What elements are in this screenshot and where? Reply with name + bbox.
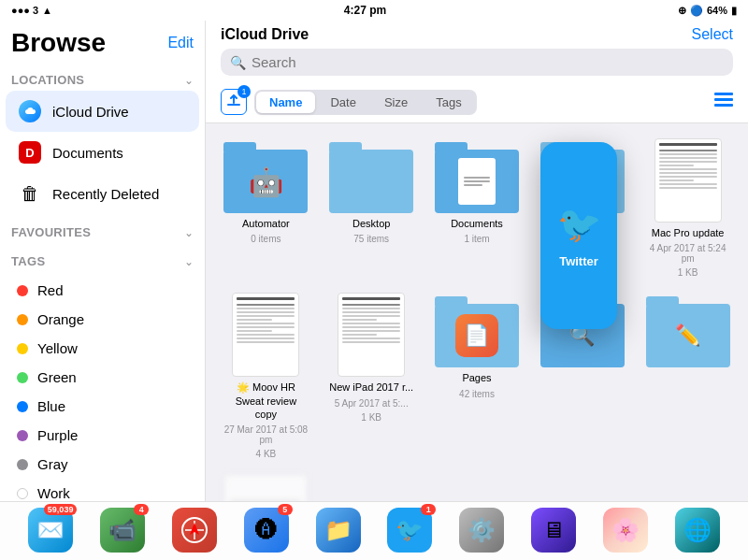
- tags-chevron-icon[interactable]: ⌄: [184, 255, 194, 268]
- orange-label: Orange: [37, 311, 84, 327]
- red-label: Red: [37, 282, 64, 298]
- automator-folder-icon: 🤖: [223, 138, 308, 213]
- blue-dot: [17, 401, 28, 412]
- sidebar-item-recently-deleted[interactable]: 🗑 Recently Deleted: [6, 173, 199, 214]
- tag-item-purple[interactable]: Purple: [6, 421, 199, 450]
- mail-badge: 59,039: [44, 504, 78, 515]
- tag-item-work[interactable]: Work: [6, 479, 199, 501]
- folder2-icon: ✏️: [646, 293, 730, 367]
- upload-badge: 1: [237, 85, 251, 98]
- search-input[interactable]: [252, 54, 724, 70]
- dock-item-files[interactable]: 📁: [316, 508, 361, 553]
- desktop-meta: 75 items: [353, 234, 389, 244]
- yellow-dot: [17, 343, 28, 354]
- desktop-name: Desktop: [352, 217, 390, 230]
- moov-hr-name: 🌟 Moov HR Sweat review copy: [223, 381, 308, 421]
- dock-item-proxyman[interactable]: 🖥: [531, 508, 576, 553]
- tags-section-header: Tags ⌄: [0, 243, 205, 272]
- dock-item-facetime[interactable]: 📹 4: [100, 508, 145, 553]
- work-dot: [17, 488, 28, 499]
- mac-pro-preview: [654, 138, 722, 223]
- gray-label: Gray: [37, 456, 68, 472]
- file-item-documents-folder[interactable]: Documents 1 item: [432, 138, 523, 278]
- file-item-pages[interactable]: 📄 Pages 42 items: [432, 293, 523, 459]
- list-view-button[interactable]: [714, 93, 733, 112]
- safari2-icon: 🌐: [675, 508, 720, 553]
- file-item-moov-hr[interactable]: 🌟 Moov HR Sweat review copy 27 Mar 2017 …: [221, 293, 311, 459]
- upload-button[interactable]: 1: [221, 89, 247, 115]
- appstore-badge: 5: [278, 504, 293, 515]
- dock-item-safari[interactable]: [172, 508, 217, 553]
- twitter-badge: 1: [421, 504, 436, 515]
- tab-name[interactable]: Name: [256, 92, 315, 113]
- tab-size[interactable]: Size: [371, 92, 421, 113]
- locations-chevron-icon[interactable]: ⌄: [184, 74, 194, 87]
- twitter-overlay-label: Twitter: [559, 254, 598, 268]
- main-layout: Browse Edit Locations ⌄ iCloud Drive D D…: [0, 21, 748, 501]
- tab-tags[interactable]: Tags: [423, 92, 474, 113]
- location-icon: ⊕: [678, 5, 686, 17]
- dock-item-twitter[interactable]: 🐦 1: [387, 508, 432, 553]
- sidebar: Browse Edit Locations ⌄ iCloud Drive D D…: [0, 21, 206, 501]
- purple-label: Purple: [37, 427, 78, 443]
- gray-dot: [17, 459, 28, 470]
- pages-folder-icon: 📄: [435, 293, 519, 367]
- tag-item-blue[interactable]: Blue: [6, 392, 199, 421]
- photos-icon: 🌸: [603, 508, 648, 553]
- desktop-folder-icon: [329, 138, 413, 213]
- battery-icon: ▮: [731, 5, 737, 17]
- file-item-automator[interactable]: 🤖 Automator 0 items: [221, 138, 311, 278]
- file-item-mac-pro[interactable]: Mac Pro update 4 Apr 2017 at 5:24 pm 1 K…: [642, 138, 733, 278]
- twitter-bird-icon: 🐦: [557, 204, 601, 245]
- icloud-drive-label: iCloud Drive: [52, 104, 129, 120]
- status-left: ●●● 3 ▲: [11, 5, 52, 16]
- search-bar[interactable]: 🔍: [221, 49, 733, 76]
- mac-pro-meta: 4 Apr 2017 at 5:24 pm: [642, 243, 733, 264]
- facetime-badge: 4: [134, 504, 149, 515]
- file-item-folder2[interactable]: ✏️: [642, 293, 733, 459]
- moov-hr-meta: 27 Mar 2017 at 5:08 pm: [221, 424, 311, 445]
- dock-item-safari2[interactable]: 🌐: [675, 508, 720, 553]
- sidebar-title: Browse: [11, 28, 106, 58]
- dock-item-settings[interactable]: ⚙️: [459, 508, 504, 553]
- dock-item-mail[interactable]: ✉️ 59,039: [28, 508, 73, 553]
- file-item-blurred[interactable]: ...ed 4:05 pm: [221, 474, 311, 501]
- file-item-desktop[interactable]: Desktop 75 items: [326, 138, 417, 278]
- proxyman-icon: 🖥: [531, 508, 576, 553]
- tag-item-green[interactable]: Green: [6, 363, 199, 392]
- sidebar-item-documents[interactable]: D Documents: [6, 132, 199, 173]
- tags-list: Red Orange Yellow Green Blue Purple: [0, 272, 205, 501]
- pages-meta: 42 items: [459, 389, 495, 399]
- file-item-ipad-review[interactable]: New iPad 2017 r... 5 Apr 2017 at 5:... 1…: [326, 293, 417, 459]
- content-header: iCloud Drive Select 🔍 1 Name Date Size T…: [206, 21, 748, 123]
- twitter-overlay-card[interactable]: 🐦 Twitter: [540, 142, 617, 329]
- tags-label: Tags: [11, 254, 45, 268]
- icloud-drive-icon: [17, 98, 43, 124]
- tag-item-yellow[interactable]: Yellow: [6, 334, 199, 363]
- signal-icon: ●●● 3: [11, 5, 38, 16]
- dock-item-photos[interactable]: 🌸: [603, 508, 648, 553]
- safari-dock-icon: [172, 508, 217, 553]
- edit-button[interactable]: Edit: [167, 35, 194, 51]
- favourites-chevron-icon[interactable]: ⌄: [184, 226, 194, 239]
- files-dock-icon: 📁: [316, 508, 361, 553]
- svg-rect-3: [714, 104, 733, 107]
- mac-pro-name: Mac Pro update: [652, 226, 725, 239]
- green-label: Green: [37, 369, 77, 385]
- moov-hr-size: 4 KB: [256, 449, 277, 459]
- bluetooth-icon: 🔵: [690, 5, 703, 17]
- sidebar-header: Browse Edit: [0, 21, 205, 62]
- documents-label: Documents: [52, 145, 123, 161]
- favourites-label: Favourites: [11, 225, 91, 239]
- content-title: iCloud Drive: [221, 26, 309, 43]
- sidebar-item-icloud[interactable]: iCloud Drive: [6, 91, 199, 132]
- dock-item-appstore[interactable]: 🅐 5: [244, 508, 289, 553]
- search-icon: 🔍: [230, 55, 246, 70]
- tag-item-red[interactable]: Red: [6, 276, 199, 305]
- select-button[interactable]: Select: [692, 26, 733, 43]
- content-title-bar: iCloud Drive Select: [221, 21, 733, 49]
- tag-item-gray[interactable]: Gray: [6, 450, 199, 479]
- tab-date[interactable]: Date: [317, 92, 368, 113]
- trash-icon: 🗑: [17, 180, 43, 207]
- tag-item-orange[interactable]: Orange: [6, 305, 199, 334]
